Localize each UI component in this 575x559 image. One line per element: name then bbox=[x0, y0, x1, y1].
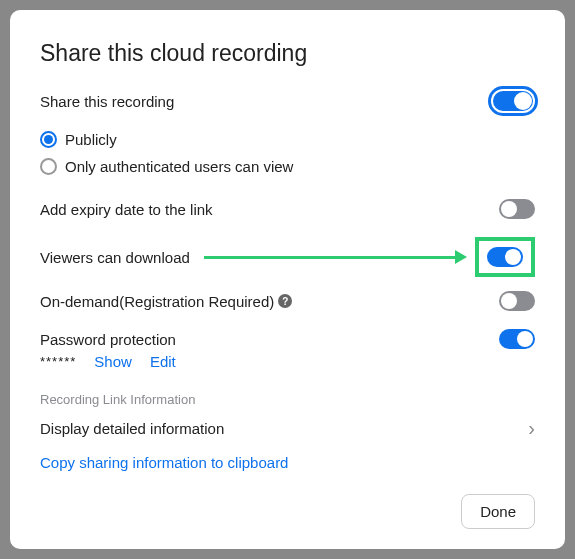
annotation-highlight bbox=[475, 237, 535, 277]
chevron-right-icon: › bbox=[528, 417, 535, 440]
share-scope-radios: Publicly Only authenticated users can vi… bbox=[40, 131, 535, 185]
download-toggle[interactable] bbox=[487, 247, 523, 267]
expiry-label: Add expiry date to the link bbox=[40, 201, 213, 218]
share-recording-row: Share this recording bbox=[40, 89, 535, 113]
help-icon[interactable]: ? bbox=[278, 294, 292, 308]
radio-publicly[interactable]: Publicly bbox=[40, 131, 535, 148]
modal-title: Share this cloud recording bbox=[40, 40, 535, 67]
radio-authenticated-label: Only authenticated users can view bbox=[65, 158, 293, 175]
expiry-toggle[interactable] bbox=[499, 199, 535, 219]
password-label: Password protection bbox=[40, 331, 176, 348]
share-recording-toggle[interactable] bbox=[491, 89, 535, 113]
radio-publicly-label: Publicly bbox=[65, 131, 117, 148]
password-actions: ****** Show Edit bbox=[40, 353, 535, 370]
password-toggle[interactable] bbox=[499, 329, 535, 349]
display-detailed-info[interactable]: Display detailed information › bbox=[40, 417, 535, 440]
radio-icon bbox=[40, 131, 57, 148]
password-show-link[interactable]: Show bbox=[94, 353, 132, 370]
password-edit-link[interactable]: Edit bbox=[150, 353, 176, 370]
on-demand-toggle[interactable] bbox=[499, 291, 535, 311]
download-row: Viewers can download bbox=[40, 237, 535, 277]
annotation-arrow bbox=[204, 250, 467, 264]
done-button[interactable]: Done bbox=[461, 494, 535, 529]
display-detailed-label: Display detailed information bbox=[40, 420, 224, 437]
download-label: Viewers can download bbox=[40, 249, 190, 266]
radio-icon bbox=[40, 158, 57, 175]
link-info-heading: Recording Link Information bbox=[40, 392, 535, 407]
share-recording-modal: Share this cloud recording Share this re… bbox=[10, 10, 565, 549]
modal-footer: Done bbox=[40, 494, 535, 529]
copy-sharing-info-link[interactable]: Copy sharing information to clipboard bbox=[40, 454, 535, 471]
radio-authenticated[interactable]: Only authenticated users can view bbox=[40, 158, 535, 175]
password-row: Password protection bbox=[40, 329, 535, 349]
expiry-row: Add expiry date to the link bbox=[40, 199, 535, 219]
share-recording-label: Share this recording bbox=[40, 93, 174, 110]
password-masked: ****** bbox=[40, 354, 76, 369]
on-demand-label: On-demand(Registration Required) bbox=[40, 293, 274, 310]
on-demand-row: On-demand(Registration Required) ? bbox=[40, 291, 535, 311]
